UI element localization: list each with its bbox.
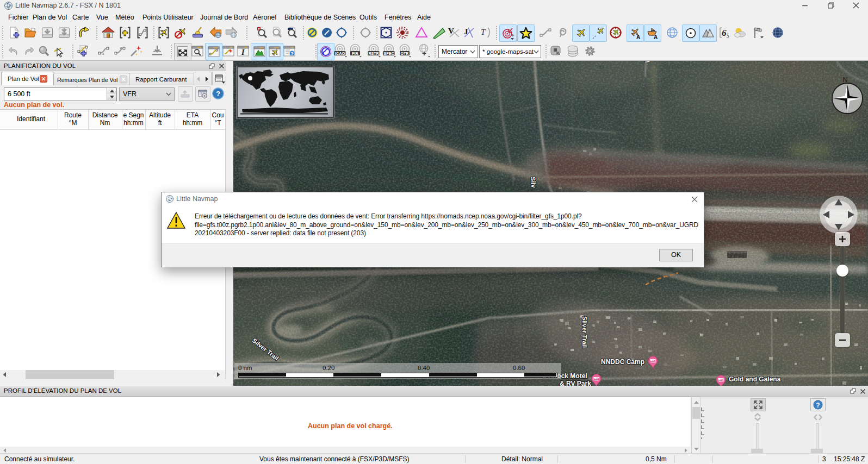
svg-text:?: ? [290, 51, 294, 57]
svg-text:I: I [241, 48, 245, 57]
svg-text:6: 6 [722, 28, 727, 38]
svg-text:SPEC: SPEC [383, 52, 394, 55]
svg-text:V: V [448, 27, 454, 35]
svg-text:A: A [636, 34, 640, 40]
svg-text:T: T [481, 28, 486, 36]
svg-text:RSTR: RSTR [368, 52, 379, 55]
svg-text:J: J [464, 27, 468, 36]
svg-text:?: ? [216, 90, 220, 98]
svg-text:5: 5 [727, 33, 729, 39]
svg-text:A: A [654, 34, 658, 40]
svg-text:FIR: FIR [352, 51, 359, 56]
svg-text:ICAO: ICAO [335, 51, 345, 56]
svg-text:OTR: OTR [401, 52, 409, 55]
svg-text:N: N [842, 76, 847, 84]
svg-text:?: ? [816, 402, 820, 409]
